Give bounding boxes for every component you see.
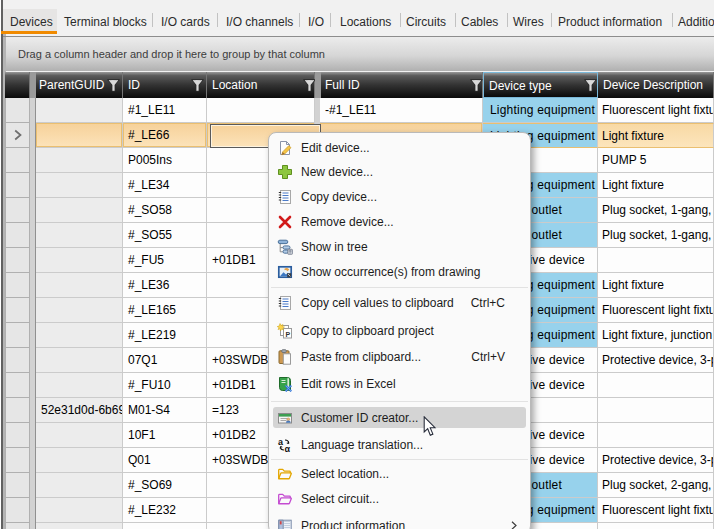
svg-text:a: a <box>278 437 284 447</box>
svg-text:P: P <box>286 331 291 338</box>
svg-text:α: α <box>285 444 291 453</box>
